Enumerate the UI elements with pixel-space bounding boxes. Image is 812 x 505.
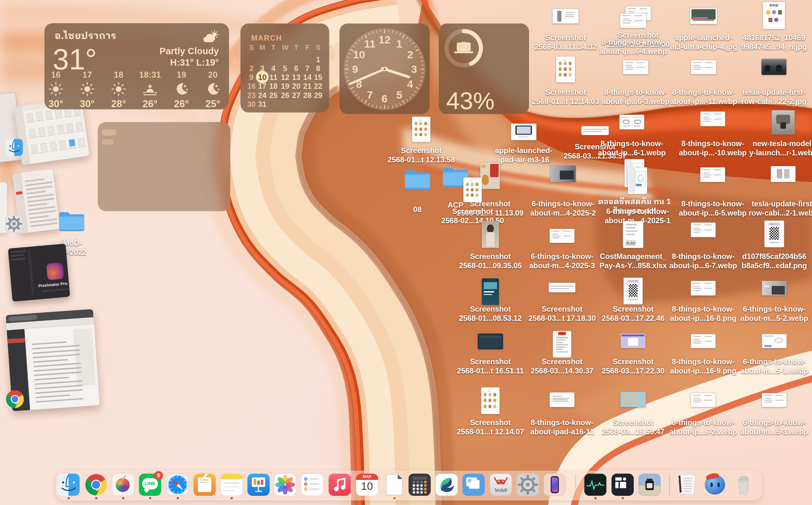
svg-text:9: 9	[352, 63, 358, 75]
svg-text:2: 2	[407, 48, 413, 60]
svg-text:WebP: WebP	[495, 488, 507, 493]
svg-text:7: 7	[367, 89, 373, 101]
svg-text:6: 6	[382, 93, 388, 105]
svg-text:3: 3	[411, 63, 417, 75]
svg-text:4: 4	[407, 78, 413, 90]
svg-text:11: 11	[364, 38, 376, 50]
svg-text:5: 5	[397, 89, 403, 101]
svg-text:1: 1	[397, 38, 403, 50]
svg-text:12: 12	[379, 34, 391, 46]
svg-text:10: 10	[353, 48, 365, 60]
